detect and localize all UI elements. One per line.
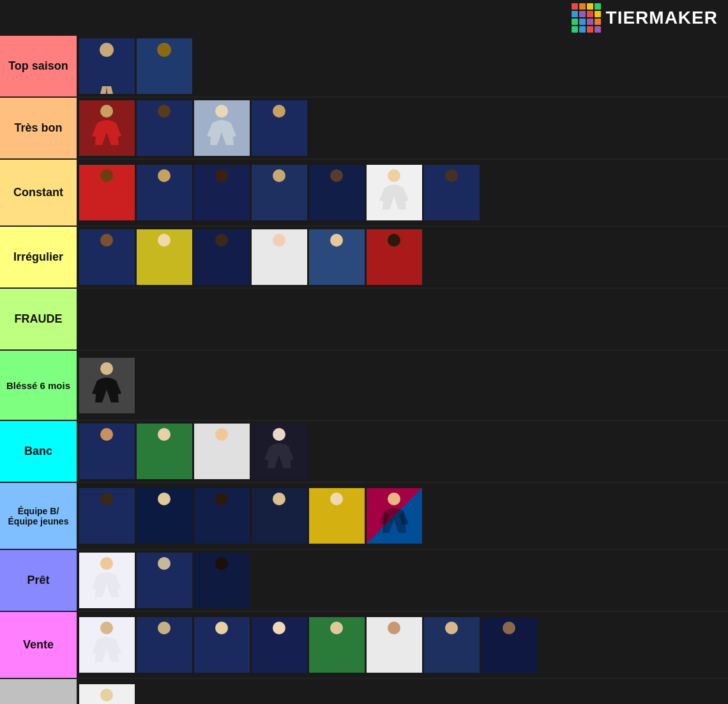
player-card[interactable]: [252, 100, 307, 156]
player-card[interactable]: [194, 100, 250, 156]
player-card[interactable]: [194, 617, 250, 673]
player-card[interactable]: [252, 229, 307, 285]
tier-row-pret: Prêt: [0, 550, 728, 612]
svg-point-68: [100, 622, 113, 634]
tier-row-retraite: retraite bien méritée: [0, 679, 728, 704]
tier-items-vente: [77, 612, 728, 678]
player-card[interactable]: [367, 165, 422, 220]
svg-point-42: [100, 428, 113, 441]
player-card[interactable]: [137, 100, 192, 156]
player-card[interactable]: [79, 684, 135, 704]
svg-point-26: [445, 169, 458, 182]
player-card[interactable]: [194, 553, 250, 608]
tier-label-irregulier: Irrégulier: [0, 227, 77, 287]
player-card[interactable]: [137, 229, 192, 285]
tier-items-equipe-b: [77, 483, 728, 549]
svg-point-36: [330, 234, 343, 247]
player-card[interactable]: [309, 229, 365, 285]
player-card[interactable]: [194, 229, 250, 285]
tier-label-top-saison: Top saison: [0, 36, 77, 96]
player-card[interactable]: [194, 165, 250, 220]
player-card[interactable]: [79, 358, 135, 413]
player-card[interactable]: [137, 553, 192, 608]
player-card[interactable]: [79, 38, 135, 94]
logo-cell: [572, 11, 578, 17]
logo-cell: [579, 11, 586, 17]
player-card[interactable]: [194, 488, 250, 544]
logo-cell: [595, 26, 601, 33]
player-card[interactable]: [252, 424, 307, 479]
logo-cell: [579, 3, 586, 10]
tier-row-equipe-b: Équipe B/ Équipe jeunes: [0, 483, 728, 550]
svg-point-60: [388, 493, 400, 505]
player-card[interactable]: [79, 617, 135, 673]
svg-point-10: [215, 105, 228, 118]
player-card[interactable]: [424, 617, 480, 673]
tier-label-pret: Prêt: [0, 550, 77, 611]
svg-point-50: [100, 493, 113, 505]
logo-cell: [595, 19, 601, 25]
svg-point-38: [388, 234, 400, 247]
tier-items-tres-bon: [77, 98, 728, 158]
svg-point-16: [158, 169, 171, 182]
tier-row-blesse: Bléssé 6 mois: [0, 351, 728, 421]
logo-text: TiERMAKER: [606, 8, 718, 28]
logo-cell: [587, 19, 593, 25]
player-card[interactable]: [137, 617, 192, 673]
player-card[interactable]: [252, 488, 307, 544]
player-card[interactable]: [309, 617, 365, 673]
tier-label-blesse: Bléssé 6 mois: [0, 351, 77, 420]
logo-cell: [587, 26, 593, 33]
tier-items-constant: [77, 160, 728, 226]
player-card[interactable]: [309, 488, 365, 544]
svg-point-78: [388, 622, 400, 634]
player-card[interactable]: [482, 617, 537, 673]
svg-point-30: [158, 234, 171, 247]
tier-row-tres-bon: Très bon: [0, 98, 728, 160]
player-card[interactable]: [79, 424, 135, 479]
player-card[interactable]: [79, 100, 135, 156]
logo-cell: [572, 26, 578, 33]
player-card[interactable]: [79, 553, 135, 608]
player-card[interactable]: [309, 165, 365, 220]
player-card[interactable]: [424, 165, 480, 220]
logo-cell: [572, 19, 578, 25]
player-card[interactable]: [137, 488, 192, 544]
tier-list: Top saison: [0, 36, 728, 704]
player-card[interactable]: [252, 165, 307, 220]
player-card[interactable]: [367, 617, 422, 673]
player-card[interactable]: [137, 38, 192, 94]
tier-label-equipe-b: Équipe B/ Équipe jeunes: [0, 483, 77, 549]
player-card[interactable]: [194, 424, 250, 479]
player-card[interactable]: [79, 165, 135, 220]
logo-cell: [587, 11, 593, 17]
svg-point-80: [445, 622, 458, 634]
player-card[interactable]: [79, 229, 135, 285]
svg-point-84: [100, 689, 113, 701]
svg-point-58: [330, 493, 343, 505]
player-card[interactable]: [137, 424, 192, 479]
header: TiERMAKER: [0, 0, 728, 36]
svg-point-52: [158, 493, 171, 505]
tier-label-constant: Constant: [0, 160, 77, 226]
logo-cell: [595, 11, 601, 17]
player-card[interactable]: [252, 617, 307, 673]
svg-point-24: [388, 169, 400, 182]
tier-row-fraude: FRAUDE: [0, 289, 728, 351]
player-card[interactable]: [137, 165, 192, 220]
player-card[interactable]: [79, 488, 135, 544]
tier-label-tres-bon: Très bon: [0, 98, 77, 158]
player-card[interactable]: [367, 229, 422, 285]
logo-cell: [595, 3, 601, 10]
logo-cell: [572, 3, 578, 10]
logo-cell: [579, 19, 586, 25]
tier-row-top-saison: Top saison: [0, 36, 728, 98]
svg-point-72: [215, 622, 228, 634]
svg-point-20: [273, 169, 285, 182]
svg-point-46: [215, 428, 228, 441]
tier-row-irregulier: Irrégulier: [0, 227, 728, 289]
player-card[interactable]: [367, 488, 422, 544]
svg-point-44: [158, 428, 171, 441]
tier-row-vente: Vente: [0, 612, 728, 679]
svg-point-8: [158, 105, 171, 118]
